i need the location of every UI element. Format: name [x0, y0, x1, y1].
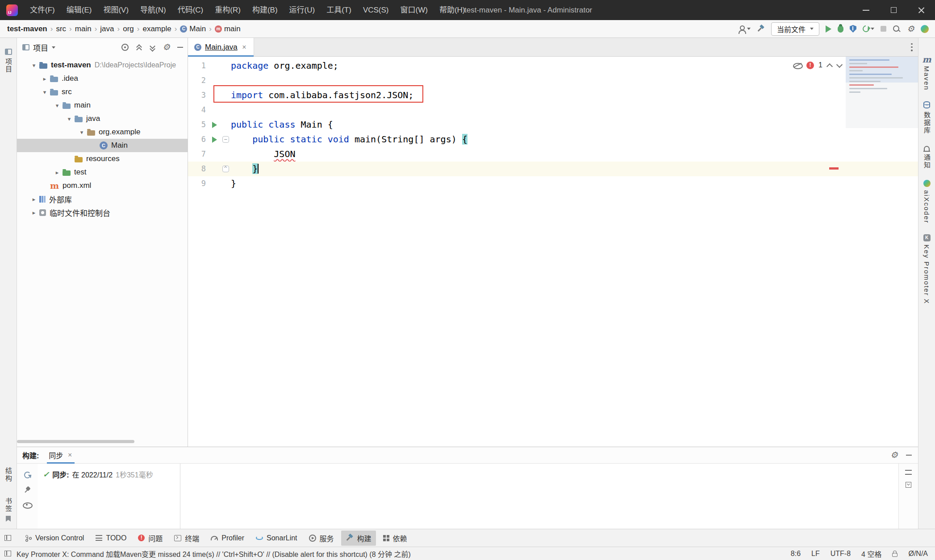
tree-item-org-example[interactable]: org.example — [17, 125, 188, 139]
menu-code[interactable]: 代码(C) — [172, 0, 209, 20]
menu-build[interactable]: 构建(B) — [246, 0, 284, 20]
pin-icon[interactable] — [24, 486, 31, 494]
chevron-down-icon[interactable] — [39, 89, 50, 95]
tree-item-test[interactable]: test — [17, 166, 188, 179]
breadcrumb-src[interactable]: src — [56, 25, 66, 33]
run-gutter-icon[interactable] — [212, 122, 217, 128]
tree-item-resources[interactable]: resources — [17, 152, 188, 166]
toolbar-dependencies[interactable]: 依赖 — [379, 531, 412, 546]
settings-button[interactable] — [907, 25, 914, 33]
menu-window[interactable]: 窗口(W) — [395, 0, 434, 20]
toolbar-problems[interactable]: 问题 — [134, 531, 167, 546]
chevron-down-icon[interactable] — [837, 62, 842, 68]
chevron-down-icon[interactable] — [64, 116, 75, 122]
close-button[interactable] — [907, 0, 935, 20]
scroll-to-end-icon[interactable] — [906, 482, 911, 488]
tree-item-idea[interactable]: .idea — [17, 72, 188, 85]
eye-off-icon[interactable] — [793, 62, 802, 68]
gear-icon[interactable] — [163, 43, 170, 52]
profiler-button[interactable] — [863, 25, 874, 32]
chevron-down-icon[interactable] — [52, 46, 55, 49]
tool-windows-icon[interactable] — [4, 535, 11, 541]
menu-refactor[interactable]: 重构(R) — [209, 0, 246, 20]
toolbar-todo[interactable]: TODO — [91, 532, 131, 544]
build-tab-sync[interactable]: 同步 — [47, 447, 75, 464]
eye-icon[interactable] — [23, 502, 32, 508]
menu-file[interactable]: 文件(F) — [24, 0, 61, 20]
sonar-status[interactable]: Ø/N/A — [908, 550, 928, 558]
chevron-right-icon[interactable] — [29, 196, 39, 203]
breadcrumb-example[interactable]: example — [142, 25, 171, 33]
breadcrumb-main-dir[interactable]: main — [75, 25, 92, 33]
breadcrumb-project[interactable]: test-maven — [7, 25, 47, 33]
indent-config[interactable]: 4 空格 — [861, 548, 881, 559]
locate-file-icon[interactable] — [121, 44, 129, 51]
tree-item-java[interactable]: java — [17, 112, 188, 125]
breadcrumb-main-class[interactable]: Main — [180, 25, 206, 33]
hide-panel-icon[interactable] — [906, 455, 912, 456]
chevron-down-icon[interactable] — [29, 62, 39, 69]
fold-icon[interactable] — [222, 136, 229, 143]
tree-item-scratches[interactable]: 临时文件和控制台 — [17, 206, 188, 219]
more-options-icon[interactable] — [911, 43, 913, 51]
toolbar-terminal[interactable]: 终端 — [170, 531, 204, 546]
file-encoding[interactable]: UTF-8 — [831, 550, 851, 558]
chevron-right-icon[interactable] — [39, 75, 50, 82]
coverage-button[interactable] — [850, 25, 856, 33]
menu-navigate[interactable]: 导航(N) — [134, 0, 172, 20]
project-panel-title[interactable]: 项目 — [33, 42, 48, 53]
breadcrumb-org[interactable]: org — [123, 25, 134, 33]
hide-panel-icon[interactable] — [177, 47, 183, 48]
build-project-button[interactable] — [757, 25, 765, 33]
tool-stripe-bookmarks[interactable]: 书签 — [4, 498, 13, 522]
refresh-icon[interactable] — [24, 472, 31, 478]
menu-edit[interactable]: 编辑(E) — [61, 0, 98, 20]
maximize-button[interactable] — [880, 0, 907, 20]
chevron-down-icon[interactable] — [52, 102, 63, 109]
horizontal-scrollbar[interactable] — [17, 440, 134, 443]
chevron-right-icon[interactable] — [52, 169, 63, 176]
minimize-button[interactable] — [852, 0, 880, 20]
aixcoder-button[interactable] — [921, 25, 929, 33]
gear-icon[interactable] — [890, 451, 898, 460]
collapse-all-icon[interactable] — [149, 44, 155, 50]
run-button[interactable] — [826, 25, 831, 33]
chevron-down-icon[interactable] — [76, 129, 87, 136]
tool-stripe-maven[interactable]: Maven — [922, 56, 931, 91]
tool-stripe-aixcoder[interactable]: aiXcoder — [923, 180, 931, 224]
breadcrumb-main-method[interactable]: main — [215, 25, 241, 33]
chevron-up-icon[interactable] — [827, 62, 832, 68]
sync-result-row[interactable]: 同步: 在 2022/11/2 1秒351毫秒 — [43, 469, 176, 480]
tool-stripe-notifications[interactable]: 通知 — [922, 145, 931, 169]
toolbar-version-control[interactable]: Version Control — [20, 532, 88, 544]
line-separator[interactable]: LF — [811, 550, 820, 558]
lock-icon[interactable] — [892, 553, 897, 557]
soft-wrap-icon[interactable] — [905, 470, 912, 475]
search-everywhere-button[interactable] — [893, 25, 901, 33]
close-tab-icon[interactable] — [67, 451, 73, 459]
toolbar-services[interactable]: 服务 — [305, 531, 338, 546]
user-button[interactable] — [738, 25, 751, 33]
tree-item-main[interactable]: main — [17, 99, 188, 112]
close-tab-icon[interactable] — [241, 43, 247, 51]
caret-position[interactable]: 8:6 — [791, 550, 801, 558]
tree-item-test-maven[interactable]: test-maven D:\IdeaProjects\IdeaProje — [17, 58, 188, 72]
code-minimap[interactable] — [846, 57, 918, 128]
build-output-tree[interactable]: 同步: 在 2022/11/2 1秒351毫秒 — [38, 464, 180, 529]
code-editor[interactable]: 1 package org.example; 2 3 import com.al… — [188, 57, 918, 447]
run-gutter-icon[interactable] — [212, 137, 217, 143]
stop-button[interactable] — [881, 26, 886, 32]
menu-tools[interactable]: 工具(T) — [321, 0, 357, 20]
menu-run[interactable]: 运行(U) — [284, 0, 321, 20]
tree-item-external-libs[interactable]: 外部库 — [17, 192, 188, 206]
toolbar-profiler[interactable]: Profiler — [206, 532, 249, 544]
tool-stripe-structure[interactable]: 结构 — [4, 467, 13, 482]
fold-icon[interactable] — [222, 166, 229, 172]
debug-button[interactable] — [838, 25, 843, 33]
tree-item-pom[interactable]: pom.xml — [17, 179, 188, 192]
tool-stripe-project[interactable]: 项目 — [4, 49, 13, 73]
editor-tab-main-java[interactable]: Main.java — [188, 38, 254, 57]
expand-all-icon[interactable] — [136, 44, 142, 50]
tree-item-main-class[interactable]: Main — [17, 139, 188, 152]
tree-item-src[interactable]: src — [17, 85, 188, 99]
